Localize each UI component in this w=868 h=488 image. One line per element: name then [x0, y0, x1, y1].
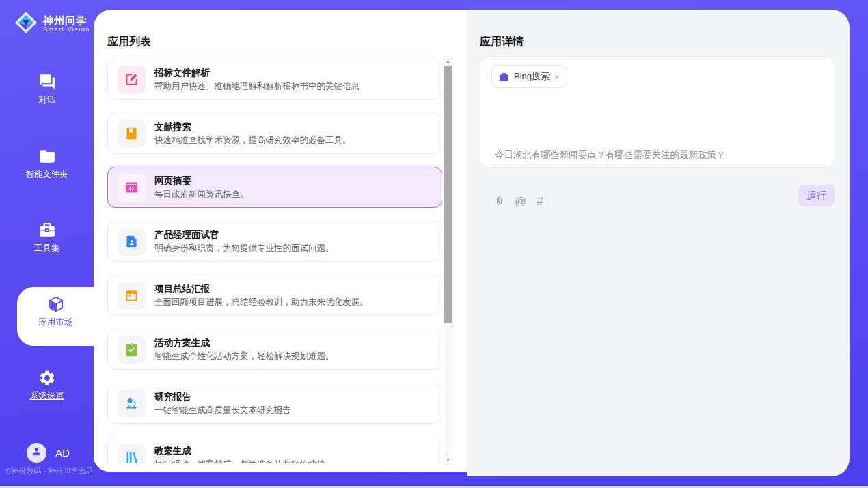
- app-card-title: 研究报告: [154, 391, 291, 403]
- app-card[interactable]: 文献搜索 快速精准查找学术资源，提高研究效率的必备工具。: [107, 113, 442, 154]
- app-card-title: 教案生成: [154, 445, 325, 457]
- sidebar-item-app-market[interactable]: 应用市场: [9, 295, 103, 328]
- app-icon-tile: [118, 390, 146, 418]
- app-list-scrollbar[interactable]: ▲ ▼: [444, 56, 452, 465]
- gear-icon: [38, 368, 57, 388]
- tool-tag-label: Bing搜索: [514, 70, 550, 83]
- sidebar-item-chat[interactable]: 对话: [0, 72, 94, 106]
- paperclip-icon[interactable]: [494, 195, 504, 207]
- sidebar-item-label: 系统设置: [30, 390, 64, 402]
- app-detail-title: 应用详情: [480, 35, 524, 49]
- app-icon-tile: [118, 444, 146, 464]
- cube-icon: [46, 295, 66, 314]
- books-icon: [124, 450, 139, 464]
- app-card-description: 每日政府新闻资讯快查。: [154, 189, 249, 200]
- sidebar-item-label: 对话: [38, 94, 55, 106]
- app-icon-tile: [118, 228, 146, 256]
- sidebar-item-toolset[interactable]: 工具集: [0, 221, 94, 254]
- app-icon-tile: [118, 282, 146, 310]
- app-list: 招标文件解析 帮助用户快速、准确地理解和解析招标书中的关键信息 文献搜索 快速精…: [107, 59, 442, 463]
- user-icon: [31, 446, 42, 460]
- app-icon-tile: [118, 66, 146, 94]
- app-card-description: 智能生成个性化活动方案，轻松解决规划难题。: [154, 351, 334, 362]
- app-card[interactable]: 活动方案生成 智能生成个性化活动方案，轻松解决规划难题。: [107, 329, 442, 370]
- app-card-description: 模板驱动，教案秒成，教学准备从此轻松快捷: [154, 459, 325, 464]
- app-card-description: 一键智能生成高质量长文本研究报告: [154, 405, 291, 416]
- sidebar-item-label: 应用市场: [39, 316, 73, 328]
- app-card[interactable]: 产品经理面试官 明确身份和职责，为您提供专业性的面试问题。: [107, 221, 442, 262]
- app-card[interactable]: 教案生成 模板驱动，教案秒成，教学准备从此轻松快捷: [107, 437, 442, 463]
- notepad-icon: [124, 288, 139, 303]
- run-button[interactable]: 运行: [798, 185, 835, 206]
- app-detail-panel: 应用详情 Bing搜索 × 今日湖北有哪些新闻要点？有哪些需要关注的最新政策？ …: [467, 10, 850, 476]
- browser-code-icon: [124, 180, 139, 195]
- chat-icon: [38, 72, 57, 92]
- copyright-text: ©神州数码 · 神州问学出品: [5, 466, 94, 476]
- app-card[interactable]: 项目总结汇报 全面回顾项目进展，总结经验教训，助力未来优化发展。: [107, 275, 442, 316]
- tool-tag-bing-search[interactable]: Bing搜索 ×: [491, 65, 567, 88]
- clipboard-check-icon: [124, 342, 139, 357]
- app-card[interactable]: 研究报告 一键智能生成高质量长文本研究报告: [107, 383, 442, 424]
- user-name: AD: [55, 447, 70, 459]
- app-card[interactable]: 网页摘要 每日政府新闻资讯快查。: [107, 167, 442, 208]
- app-card-title: 项目总结汇报: [154, 283, 368, 295]
- scroll-down-icon[interactable]: ▼: [444, 455, 452, 464]
- toolbox-icon: [38, 221, 57, 240]
- avatar: [27, 443, 46, 463]
- app-card[interactable]: 招标文件解析 帮助用户快速、准确地理解和解析招标书中的关键信息: [107, 59, 442, 100]
- hash-icon[interactable]: #: [537, 195, 543, 207]
- app-card-description: 快速精准查找学术资源，提高研究效率的必备工具。: [154, 135, 351, 146]
- sidebar-item-smart-folders[interactable]: 智能文件夹: [0, 147, 94, 180]
- sidebar-item-label: 工具集: [34, 243, 60, 254]
- active-nav-tab: 应用市场: [17, 287, 94, 346]
- brand-logo: 神州问学 Smart Vision: [14, 10, 90, 38]
- resume-icon: [124, 234, 139, 249]
- sidebar-item-settings[interactable]: 系统设置: [0, 368, 94, 402]
- brand-name: 神州问学: [43, 14, 90, 26]
- app-icon-tile: [118, 174, 146, 202]
- close-icon[interactable]: ×: [554, 72, 560, 81]
- app-card-title: 招标文件解析: [154, 67, 360, 79]
- app-card-title: 文献搜索: [154, 121, 351, 133]
- microscope-icon: [124, 396, 139, 411]
- app-card-title: 产品经理面试官: [154, 229, 334, 241]
- tab-fillet-bottom: [79, 346, 94, 361]
- app-icon-tile: [118, 336, 146, 364]
- user-account[interactable]: AD: [27, 443, 70, 463]
- prompt-text[interactable]: 今日湖北有哪些新闻要点？有哪些需要关注的最新政策？: [495, 149, 726, 161]
- sidebar: 神州问学 Smart Vision 对话 智能文件夹 工具集 应用市场 系统设置…: [0, 0, 94, 486]
- prompt-card: Bing搜索 × 今日湖北有哪些新闻要点？有哪些需要关注的最新政策？ @ #: [480, 56, 835, 168]
- scrollbar-thumb[interactable]: [444, 66, 452, 323]
- app-card-title: 活动方案生成: [154, 337, 334, 349]
- at-icon[interactable]: @: [515, 195, 526, 207]
- app-list-title: 应用列表: [107, 35, 151, 49]
- prompt-toolbar: @ #: [494, 195, 543, 207]
- app-card-description: 明确身份和职责，为您提供专业性的面试问题。: [154, 243, 334, 254]
- pen-square-icon: [124, 72, 139, 87]
- tab-fillet-top: [79, 272, 94, 287]
- diamond-logo-icon: [14, 10, 38, 38]
- scroll-up-icon[interactable]: ▲: [444, 57, 452, 66]
- folder-icon: [38, 147, 57, 166]
- app-card-description: 帮助用户快速、准确地理解和解析招标书中的关键信息: [154, 81, 360, 92]
- brand-subtitle: Smart Vision: [43, 26, 90, 33]
- app-card-title: 网页摘要: [154, 175, 249, 187]
- app-list-panel: 应用列表 招标文件解析 帮助用户快速、准确地理解和解析招标书中的关键信息 文献搜…: [94, 10, 467, 472]
- briefcase-icon: [499, 72, 509, 82]
- app-icon-tile: [118, 120, 146, 148]
- sidebar-item-label: 智能文件夹: [25, 169, 68, 180]
- book-icon: [124, 126, 139, 141]
- app-card-description: 全面回顾项目进展，总结经验教训，助力未来优化发展。: [154, 297, 368, 308]
